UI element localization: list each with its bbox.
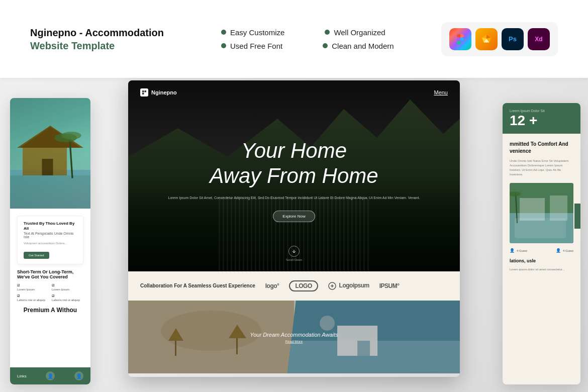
scroll-circle [288, 246, 300, 257]
dream-text: Your Dream Accommodation Awaits Read Mor… [250, 331, 338, 343]
guest-count: 4 Guest [563, 249, 573, 252]
svg-rect-16 [145, 90, 147, 92]
svg-rect-11 [42, 159, 53, 175]
person-icon: 👤 [46, 371, 55, 380]
trusted-title: Trusted By Thou Loved By All [24, 221, 77, 232]
guest-badge-2: 👤 4 Guest [556, 248, 573, 253]
feature-clean-modern: Clean and Modern [323, 42, 394, 50]
list-item: ☑Lorem Ipsum [17, 283, 49, 291]
title-block: Nginepno - Accommodation Website Templat… [30, 26, 171, 52]
feature-well-organized: Well Organized [325, 28, 385, 37]
guest-count: 4 Guest [517, 249, 527, 252]
left-panel-hero-image [10, 98, 90, 209]
left-panel: Trusted By Thou Loved By All Text At Per… [10, 98, 90, 384]
right-panel-image [510, 183, 573, 243]
left-panel-content: Trusted By Thou Loved By All Text At Per… [10, 209, 90, 322]
sketch-icon [475, 28, 498, 50]
logos-section: Collaboration For A Seamless Guest Exper… [128, 271, 460, 301]
feature-row-2: Used Free Font Clean and Modern [221, 42, 394, 50]
figma-icon [449, 28, 471, 50]
short-term-items: ☑Lorem Ipsum ☑Lorem Ipsum ☑Laboris nisi … [17, 283, 83, 302]
dream-section: Your Dream Accommodation Awaits Read Mor… [128, 301, 460, 373]
feature-label: Used Free Font [230, 42, 282, 50]
stat-label: Lorem Ipsum Dolor Sit [510, 109, 573, 113]
hero-content: Your Home Away From Home Lorem Ipsum Dol… [161, 138, 427, 222]
guests-row: 👤 4 Guest 👤 4 Guest [510, 248, 573, 253]
person-icon: 👤 [556, 248, 561, 253]
header: Nginepno - Accommodation Website Templat… [0, 0, 588, 78]
svg-line-12 [70, 137, 73, 178]
right-panel-content: mmitted To Comfort And venience Unde Omn… [503, 134, 580, 279]
person-icon: 👤 [510, 248, 515, 253]
green-accent-bar [574, 204, 580, 229]
relations-title: lations, usle [510, 258, 573, 264]
feature-easy-customize: Easy Customize [221, 28, 284, 37]
stat-value: 12 + [510, 114, 573, 128]
features-list: Easy Customize Well Organized Used Free … [221, 28, 394, 50]
logo-2: LOGO [289, 280, 318, 291]
list-item: ☑Laboris nisi ut aliquip [17, 294, 49, 302]
right-panel-header: Lorem Ipsum Dolor Sit 12 + [503, 103, 580, 134]
read-more-link[interactable]: Read More [250, 339, 338, 343]
feature-dot [323, 43, 328, 48]
trusted-box: Trusted By Thou Loved By All Text At Per… [17, 216, 83, 264]
feature-label: Easy Customize [230, 28, 284, 37]
logo-3: Logoipsum [328, 282, 369, 290]
hero-heading-line2: Away From Home [210, 164, 378, 187]
menu-link[interactable]: Menu [434, 89, 448, 95]
feature-dot [325, 30, 330, 35]
dream-title: Your Dream Accommodation Awaits [250, 331, 338, 337]
logo-1: logo° [265, 282, 279, 289]
feature-label: Clean and Modern [332, 42, 394, 50]
feature-free-font: Used Free Font [221, 42, 282, 50]
links-label: Links [17, 374, 27, 378]
committed-text: Unde Omnis Iste Natus Error Sit Voluptat… [510, 159, 573, 177]
hero-nav: Nginepno Menu [128, 80, 460, 105]
svg-rect-15 [142, 90, 144, 92]
right-panel: Lorem Ipsum Dolor Sit 12 + mmitted To Co… [503, 103, 580, 384]
hero-heading-line1: Your Home [241, 139, 347, 162]
logo-4: IPSUM° [379, 282, 400, 289]
site-logo: Nginepno [140, 88, 177, 96]
guest-badge-1: 👤 4 Guest [510, 248, 527, 253]
svg-rect-33 [550, 195, 567, 221]
person-icon-2: 👤 [74, 371, 83, 380]
committed-title: mmitted To Comfort And venience [510, 141, 573, 155]
trusted-text: Volutprem accusantium Dolore... [24, 241, 77, 245]
left-panel-footer: Links 👤 👤 [10, 367, 90, 384]
hero-heading: Your Home Away From Home [161, 138, 427, 189]
svg-rect-32 [520, 198, 545, 221]
xd-icon: Xd [528, 28, 550, 50]
svg-rect-8 [23, 148, 67, 175]
center-panel: Nginepno Menu Your Home Away From Home L… [128, 80, 460, 377]
list-item: ☑Laboris nisi ut aliquip [52, 294, 83, 302]
tool-icons: Ps Xd [441, 22, 558, 56]
feature-dot [221, 30, 226, 35]
scroll-text: Scroll Down [286, 258, 302, 261]
scroll-indicator: Scroll Down [286, 246, 302, 261]
product-subtitle: Website Template [30, 39, 171, 52]
premium-title: Premium A Withou [17, 307, 83, 315]
short-term-title: Short-Term Or Long-Term, We've Got You C… [17, 269, 83, 279]
trusted-subtitle: Text At Perspiciatis Unde Omnis Iste [24, 232, 77, 239]
logo-text: Nginepno [151, 89, 177, 95]
product-title: Nginepno - Accommodation [30, 26, 171, 39]
logos-row: logo° LOGO Logoipsum IPSUM° [265, 280, 448, 291]
svg-point-14 [61, 132, 81, 139]
hero-section: Nginepno Menu Your Home Away From Home L… [128, 80, 460, 271]
svg-rect-6 [10, 170, 90, 209]
logo-icon [140, 88, 148, 96]
feature-row-1: Easy Customize Well Organized [221, 28, 394, 37]
get-started-button[interactable]: Get Started [24, 252, 49, 259]
explore-now-button[interactable]: Explore Now [273, 211, 315, 222]
svg-rect-17 [142, 93, 144, 95]
main-area: Trusted By Thou Loved By All Text At Per… [0, 78, 588, 392]
collab-text: Collaboration For A Seamless Guest Exper… [140, 282, 255, 289]
photoshop-icon: Ps [502, 28, 524, 50]
feature-label: Well Organized [334, 28, 385, 37]
list-item: ☑Lorem Ipsum [52, 283, 83, 291]
hero-subtext: Lorem Ipsum Dolor Sit Amet, Consectetur … [161, 195, 427, 201]
feature-dot [221, 43, 226, 48]
relations-text: Lorem ipsum dolor sit amet consectetur..… [510, 267, 573, 272]
